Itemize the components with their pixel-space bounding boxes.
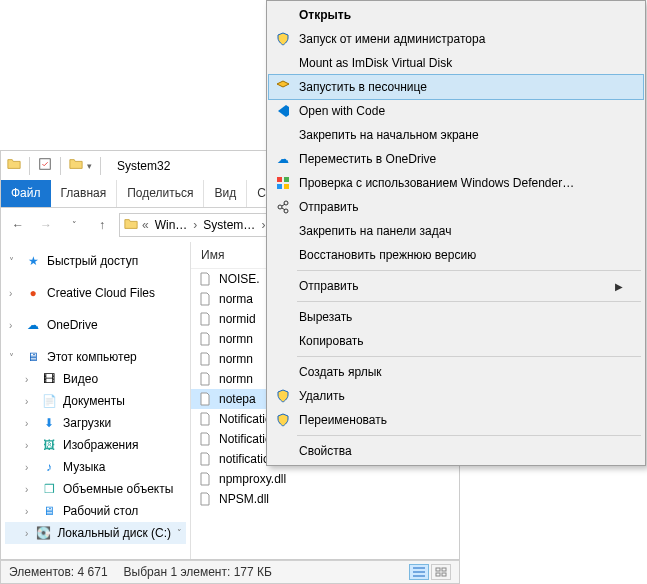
chevron-right-icon[interactable]: « bbox=[140, 218, 151, 232]
vscode-icon bbox=[275, 103, 291, 119]
tree-documents[interactable]: ›📄Документы bbox=[5, 390, 186, 412]
tree-downloads[interactable]: ›⬇Загрузки bbox=[5, 412, 186, 434]
ctx-label: Восстановить прежнюю версию bbox=[299, 248, 476, 262]
cloud-icon: ● bbox=[25, 285, 41, 301]
tree-music[interactable]: ›♪Музыка bbox=[5, 456, 186, 478]
downloads-icon: ⬇ bbox=[41, 415, 57, 431]
file-icon bbox=[197, 291, 213, 307]
ctx-pin-taskbar[interactable]: Закрепить на панели задач bbox=[269, 219, 643, 243]
svg-rect-3 bbox=[436, 573, 440, 576]
ctx-vscode[interactable]: Open with Code bbox=[269, 99, 643, 123]
tab-view[interactable]: Вид bbox=[204, 180, 246, 207]
file-name: normid bbox=[219, 312, 256, 326]
video-icon: 🎞 bbox=[41, 371, 57, 387]
details-view-button[interactable] bbox=[409, 564, 429, 580]
ctx-label: Переименовать bbox=[299, 413, 387, 427]
tree-3d-objects[interactable]: ›❒Объемные объекты bbox=[5, 478, 186, 500]
breadcrumb[interactable]: Win… bbox=[153, 218, 190, 232]
ctx-create-shortcut[interactable]: Создать ярлык bbox=[269, 360, 643, 384]
svg-rect-1 bbox=[436, 568, 440, 571]
tree-label: OneDrive bbox=[47, 318, 98, 332]
file-name: normn bbox=[219, 372, 253, 386]
ctx-open[interactable]: Открыть bbox=[269, 3, 643, 27]
ctx-restore-version[interactable]: Восстановить прежнюю версию bbox=[269, 243, 643, 267]
file-row[interactable]: npmproxy.dll bbox=[191, 469, 459, 489]
status-bar: Элементов: 4 671 Выбран 1 элемент: 177 К… bbox=[0, 560, 460, 584]
tree-pictures[interactable]: ›🖼Изображения bbox=[5, 434, 186, 456]
tab-file[interactable]: Файл bbox=[1, 180, 51, 207]
separator bbox=[297, 356, 641, 357]
tree-desktop[interactable]: ›🖥Рабочий стол bbox=[5, 500, 186, 522]
ctx-properties[interactable]: Свойства bbox=[269, 439, 643, 463]
icons-view-button[interactable] bbox=[431, 564, 451, 580]
ctx-send-to[interactable]: Отправить▶ bbox=[269, 274, 643, 298]
svg-point-9 bbox=[278, 205, 282, 209]
tree-label: Объемные объекты bbox=[63, 482, 173, 496]
ctx-run-as-admin[interactable]: Запуск от имени администратора bbox=[269, 27, 643, 51]
up-button[interactable]: ↑ bbox=[91, 214, 113, 236]
back-button[interactable]: ← bbox=[7, 214, 29, 236]
separator bbox=[29, 157, 30, 175]
ctx-defender[interactable]: Проверка с использованием Windows Defend… bbox=[269, 171, 643, 195]
file-icon bbox=[197, 331, 213, 347]
chevron-right-icon[interactable]: › bbox=[191, 218, 199, 232]
status-count: Элементов: 4 671 bbox=[9, 565, 108, 579]
tree-onedrive[interactable]: ›☁OneDrive bbox=[5, 314, 186, 336]
tab-home[interactable]: Главная bbox=[51, 180, 117, 207]
ctx-label: Запуск от имени администратора bbox=[299, 32, 485, 46]
dropdown-icon[interactable]: ▾ bbox=[87, 161, 92, 171]
file-name: normn bbox=[219, 352, 253, 366]
file-name: norma bbox=[219, 292, 253, 306]
tree-videos[interactable]: ›🎞Видео bbox=[5, 368, 186, 390]
ctx-label: Создать ярлык bbox=[299, 365, 382, 379]
ctx-share[interactable]: Отправить bbox=[269, 195, 643, 219]
pictures-icon: 🖼 bbox=[41, 437, 57, 453]
ctx-label: Проверка с использованием Windows Defend… bbox=[299, 176, 574, 190]
context-menu: Открыть Запуск от имени администратора M… bbox=[266, 0, 646, 466]
folder-icon bbox=[7, 157, 21, 174]
separator bbox=[297, 301, 641, 302]
file-icon bbox=[197, 491, 213, 507]
ctx-copy[interactable]: Копировать bbox=[269, 329, 643, 353]
tree-local-disk-c[interactable]: ›💽Локальный диск (C:)˅ bbox=[5, 522, 186, 544]
ctx-label: Запустить в песочнице bbox=[299, 80, 427, 94]
ctx-sandbox[interactable]: Запустить в песочнице bbox=[269, 75, 643, 99]
tree-quick-access[interactable]: ˅★Быстрый доступ bbox=[5, 250, 186, 272]
breadcrumb[interactable]: System… bbox=[201, 218, 257, 232]
file-icon bbox=[197, 451, 213, 467]
ctx-delete[interactable]: Удалить bbox=[269, 384, 643, 408]
ctx-imdisk[interactable]: Mount as ImDisk Virtual Disk bbox=[269, 51, 643, 75]
forward-button[interactable]: → bbox=[35, 214, 57, 236]
file-row[interactable]: NPSM.dll bbox=[191, 489, 459, 509]
ctx-pin-start[interactable]: Закрепить на начальном экране bbox=[269, 123, 643, 147]
separator bbox=[297, 435, 641, 436]
tree-label: Creative Cloud Files bbox=[47, 286, 155, 300]
tab-share[interactable]: Поделиться bbox=[117, 180, 203, 207]
separator bbox=[297, 270, 641, 271]
ctx-label: Отправить bbox=[299, 200, 359, 214]
ctx-label: Копировать bbox=[299, 334, 364, 348]
ctx-rename[interactable]: Переименовать bbox=[269, 408, 643, 432]
file-icon bbox=[197, 431, 213, 447]
svg-rect-4 bbox=[442, 573, 446, 576]
tree-label: Документы bbox=[63, 394, 125, 408]
properties-icon[interactable] bbox=[38, 157, 52, 174]
file-icon bbox=[197, 391, 213, 407]
svg-rect-2 bbox=[442, 568, 446, 571]
chevron-down-icon[interactable]: ˅ bbox=[177, 528, 182, 538]
ctx-onedrive-move[interactable]: ☁Переместить в OneDrive bbox=[269, 147, 643, 171]
file-name: normn bbox=[219, 332, 253, 346]
share-icon bbox=[275, 199, 291, 215]
desktop-icon: 🖥 bbox=[41, 503, 57, 519]
file-icon bbox=[197, 411, 213, 427]
tree-this-pc[interactable]: ˅🖥Этот компьютер bbox=[5, 346, 186, 368]
shield-icon bbox=[275, 388, 291, 404]
nav-tree[interactable]: ˅★Быстрый доступ ›●Creative Cloud Files … bbox=[1, 242, 191, 559]
chevron-right-icon: ▶ bbox=[615, 281, 623, 292]
file-icon bbox=[197, 471, 213, 487]
recent-dropdown[interactable]: ˅ bbox=[63, 214, 85, 236]
tree-label: Быстрый доступ bbox=[47, 254, 138, 268]
tree-creative-cloud[interactable]: ›●Creative Cloud Files bbox=[5, 282, 186, 304]
ctx-cut[interactable]: Вырезать bbox=[269, 305, 643, 329]
ctx-label: Закрепить на панели задач bbox=[299, 224, 451, 238]
